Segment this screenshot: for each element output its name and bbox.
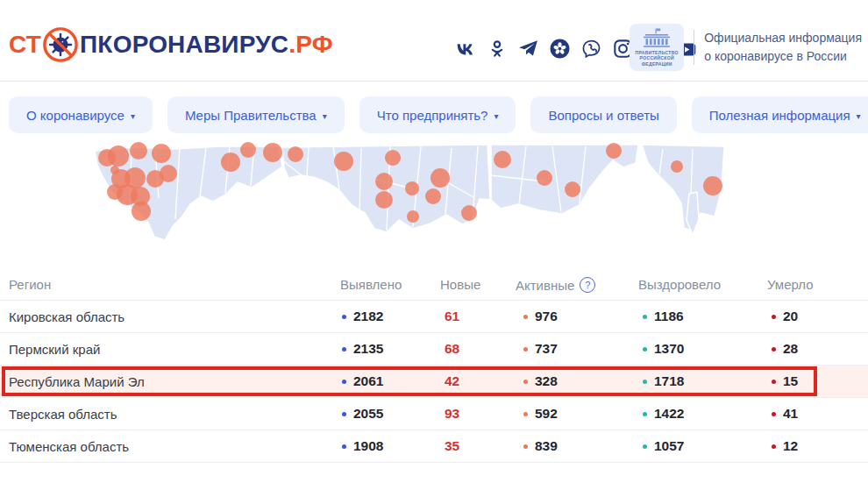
region-bubble[interactable]	[537, 170, 552, 186]
region-bubble[interactable]	[494, 151, 511, 168]
dot-icon	[643, 315, 647, 319]
region-name: Тюменская область	[9, 430, 129, 462]
table-row[interactable]: Кировская область218261976118620	[0, 301, 868, 333]
dot-icon	[643, 380, 647, 384]
table-row[interactable]: Республика Марий Эл206142328171815	[0, 366, 868, 398]
new-value: 93	[445, 398, 459, 430]
table-row[interactable]: Тюменская область190835839105712	[0, 430, 868, 463]
confirmed-value: 2061	[342, 366, 383, 397]
region-bubble[interactable]	[108, 146, 129, 167]
nav-item-5[interactable]: Полезная информация▾	[692, 96, 868, 133]
region-bubble[interactable]	[703, 176, 722, 195]
dot-icon	[342, 380, 346, 384]
region-bubble[interactable]	[221, 153, 240, 172]
social-link-odnoklassniki[interactable]	[485, 37, 509, 60]
region-bubble[interactable]	[407, 210, 419, 223]
nav-item-4[interactable]: Вопросы и ответы	[530, 96, 676, 133]
region-name: Тверская область	[9, 398, 117, 430]
nav-item-label: Полезная информация	[709, 108, 850, 123]
region-bubble[interactable]	[132, 202, 151, 221]
col-region: Регион	[9, 277, 51, 292]
region-bubble[interactable]	[130, 142, 147, 160]
deaths-value: 15	[772, 366, 798, 397]
table-header: Регион Выявлено Новые Активные ? Выздоро…	[0, 273, 868, 301]
active-value: 839	[523, 430, 558, 462]
region-bubble[interactable]	[671, 160, 683, 173]
region-bubble[interactable]	[375, 173, 393, 190]
social-link-viber[interactable]	[580, 37, 603, 60]
official-info-text: Официальная информация о коронавирусе в …	[704, 29, 862, 66]
region-bubble[interactable]	[152, 144, 171, 163]
col-new: Новые	[440, 277, 480, 292]
odnoklassniki-icon	[487, 39, 508, 60]
logo-text-tld: .РФ	[288, 32, 333, 57]
col-confirmed: Выявлено	[340, 277, 402, 292]
site-header: СТ ПКОРОНАВИРУС .РФ	[0, 0, 868, 82]
government-building-icon	[642, 28, 672, 48]
region-bubble[interactable]	[425, 188, 441, 204]
region-bubble[interactable]	[263, 143, 282, 162]
new-value: 42	[445, 366, 459, 397]
social-link-telegram[interactable]	[516, 37, 540, 60]
recovered-value: 1057	[643, 430, 684, 462]
region-bubble[interactable]	[405, 181, 419, 195]
new-value: 35	[445, 430, 459, 462]
region-bubble[interactable]	[160, 165, 177, 182]
col-deaths: Умерло	[767, 277, 814, 292]
confirmed-value: 2135	[342, 333, 383, 365]
chevron-down-icon: ▾	[494, 111, 498, 121]
col-active: Активные ?	[516, 277, 595, 293]
dot-icon	[772, 315, 776, 319]
no-virus-icon	[42, 26, 79, 63]
deaths-value: 28	[772, 333, 798, 365]
dot-icon	[342, 444, 346, 449]
dot-icon	[523, 347, 528, 352]
active-value: 976	[523, 301, 558, 332]
dot-icon	[772, 412, 776, 416]
nav-item-1[interactable]: О коронавирусе▾	[9, 96, 153, 133]
confirmed-value: 1908	[342, 430, 383, 462]
region-bubble[interactable]	[430, 168, 450, 188]
table-row[interactable]: Тверская область205593592142241	[0, 398, 868, 430]
region-name: Пермский край	[9, 333, 100, 365]
table-body: Кировская область218261976118620Пермский…	[0, 301, 868, 463]
dot-icon	[342, 412, 346, 416]
official-info: ПРАВИТЕЛЬСТВО РОССИЙСКОЙ ФЕДЕРАЦИИ Офици…	[630, 24, 862, 71]
dot-icon	[342, 347, 346, 352]
chevron-down-icon: ▾	[857, 111, 861, 121]
dot-icon	[523, 444, 528, 449]
social-link-zen[interactable]	[548, 37, 572, 60]
region-name: Кировская область	[9, 301, 125, 332]
nav-item-2[interactable]: Меры Правительства▾	[167, 96, 345, 133]
nav-item-3[interactable]: Что предпринять?▾	[359, 96, 516, 133]
dot-icon	[772, 444, 776, 449]
logo-text-st: СТ	[9, 32, 41, 57]
recovered-value: 1186	[643, 301, 684, 332]
logo-text-main: ПКОРОНАВИРУС	[80, 32, 288, 57]
stopcoronavirus-page: СТ ПКОРОНАВИРУС .РФ	[0, 0, 868, 490]
active-value: 328	[523, 366, 558, 397]
region-bubble[interactable]	[565, 181, 580, 197]
deaths-value: 12	[772, 430, 798, 462]
dot-icon	[643, 347, 647, 352]
col-recovered: Выздоровело	[638, 277, 721, 292]
region-bubble[interactable]	[606, 143, 622, 159]
emblem-caption: ПРАВИТЕЛЬСТВО РОССИЙСКОЙ ФЕДЕРАЦИИ	[634, 50, 679, 67]
region-bubble[interactable]	[461, 205, 477, 221]
viber-icon	[580, 38, 602, 60]
region-bubble[interactable]	[375, 191, 393, 209]
site-logo[interactable]: СТ ПКОРОНАВИРУС .РФ	[9, 26, 333, 63]
social-link-vk[interactable]	[453, 37, 477, 60]
region-bubble[interactable]	[385, 150, 401, 166]
new-value: 61	[445, 301, 459, 332]
active-help-icon[interactable]: ?	[580, 277, 595, 293]
region-bubble[interactable]	[240, 142, 256, 158]
region-bubble[interactable]	[288, 146, 303, 162]
official-info-line1: Официальная информация	[704, 29, 862, 47]
main-nav: О коронавирусе▾Меры Правительства▾Что пр…	[9, 96, 868, 133]
russia-map[interactable]	[92, 140, 728, 263]
recovered-value: 1718	[643, 366, 684, 397]
region-bubble[interactable]	[334, 152, 353, 171]
nav-item-label: Что предпринять?	[377, 108, 488, 123]
table-row[interactable]: Пермский край213568737137028	[0, 333, 868, 366]
